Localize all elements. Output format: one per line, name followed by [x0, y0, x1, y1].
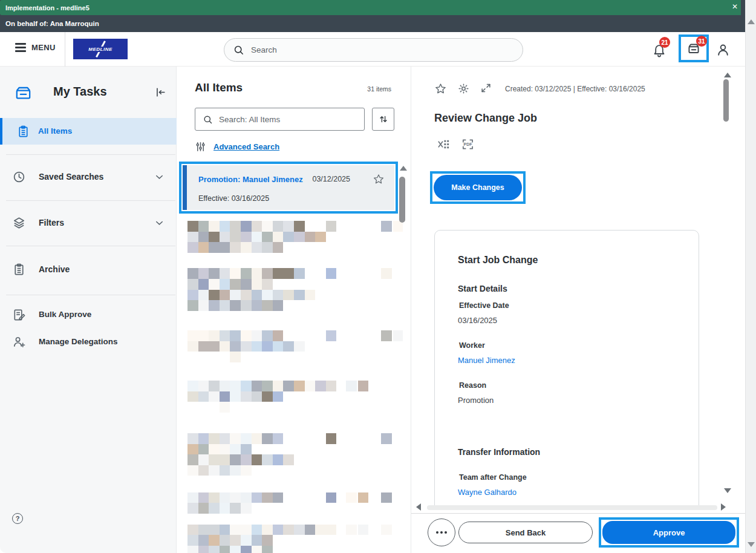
redacted-block [241, 535, 252, 546]
sort-button[interactable] [372, 108, 394, 131]
detail-scroll-down-icon[interactable] [724, 488, 731, 493]
redacted-block [294, 290, 305, 301]
expand-icon[interactable] [480, 82, 492, 94]
detail-scroll-right-icon[interactable] [721, 503, 726, 511]
advanced-search-link[interactable]: Advanced Search [195, 141, 279, 152]
redacted-block [252, 525, 262, 535]
my-tasks-inbox-button-annotation[interactable]: 31 [679, 34, 709, 62]
redacted-block [198, 242, 209, 253]
global-search-bar[interactable] [224, 38, 523, 62]
redacted-block [273, 221, 284, 232]
redacted-block [294, 221, 305, 232]
redacted-block [241, 330, 252, 341]
sidebar-item-archive[interactable]: Archive [0, 256, 177, 283]
redacted-block [273, 454, 284, 465]
page-scroll-up-icon[interactable] [748, 19, 755, 24]
list-search-bar[interactable] [195, 108, 365, 131]
detail-title: Review Change Job [434, 112, 537, 125]
list-scrollbar-thumb[interactable] [399, 177, 405, 223]
sidebar-item-saved-searches[interactable]: Saved Searches [0, 163, 177, 190]
sort-icon [378, 114, 389, 125]
approve-button[interactable]: Approve [602, 521, 735, 544]
detail-scrollbar-thumb[interactable] [723, 79, 729, 122]
detail-scroll-up-icon[interactable] [724, 73, 731, 77]
redacted-block [252, 290, 262, 301]
star-icon[interactable] [373, 173, 385, 185]
export-pdf-icon[interactable]: PDF [461, 137, 475, 151]
collapse-sidebar-icon[interactable] [155, 87, 166, 98]
task-list-item-selected[interactable]: Promotion: Manuel Jimenez 03/12/2025 Eff… [183, 165, 394, 210]
redacted-block [358, 381, 369, 391]
list-scroll-up-icon[interactable] [400, 166, 407, 171]
redacted-block [252, 242, 262, 253]
detail-hscrollbar-thumb[interactable] [427, 505, 717, 510]
inbox-badge: 31 [696, 36, 707, 47]
detail-card-clip: Start Job Change Start Details Effective… [434, 230, 699, 505]
close-icon[interactable]: ✕ [732, 2, 738, 11]
section-heading: Transfer Information [458, 447, 540, 457]
redacted-block [198, 465, 209, 476]
task-detail-panel: Created: 03/12/2025 | Effective: 03/16/2… [411, 67, 745, 553]
sidebar-item-bulk-approve[interactable]: Bulk Approve [0, 301, 177, 326]
task-item-title[interactable]: Promotion: Manuel Jimenez [198, 175, 303, 184]
sidebar-item-label: Archive [39, 264, 70, 274]
detail-scroll-left-icon[interactable] [416, 503, 421, 511]
sidebar-item-filters[interactable]: Filters [0, 209, 177, 236]
redacted-block [305, 232, 316, 243]
make-changes-button[interactable]: Make Changes [434, 175, 522, 200]
redacted-block [230, 503, 241, 514]
redacted-block [326, 525, 337, 535]
selected-task-annotation[interactable]: Promotion: Manuel Jimenez 03/12/2025 Eff… [179, 162, 398, 214]
profile-button[interactable] [715, 42, 731, 58]
redacted-block [326, 268, 337, 279]
list-search-input[interactable] [219, 115, 357, 124]
gear-icon[interactable] [457, 82, 470, 95]
team-after-change-link[interactable]: Wayne Galhardo [458, 488, 516, 497]
field-label: Team after Change [459, 473, 527, 482]
redacted-block [326, 433, 337, 444]
redacted-block [273, 330, 284, 341]
page-scroll-down-icon[interactable] [748, 542, 755, 547]
action-bar-divider [411, 513, 745, 514]
redacted-block [241, 525, 252, 535]
redacted-block [241, 381, 252, 391]
sidebar-item-manage-delegations[interactable]: Manage Delegations [0, 329, 177, 353]
redacted-block [187, 433, 198, 444]
menu-button[interactable]: MENU [15, 43, 56, 52]
redacted-block [262, 391, 273, 402]
redacted-block [326, 221, 337, 232]
worker-link[interactable]: Manuel Jimenez [458, 356, 515, 365]
redacted-block [262, 381, 273, 391]
more-actions-button[interactable] [428, 519, 455, 546]
medline-logo[interactable]: MEDLINE [73, 39, 128, 59]
redacted-block [209, 433, 220, 444]
redacted-block [220, 492, 230, 503]
sidebar-item-label: Manage Delegations [39, 337, 118, 346]
page-scrollbar[interactable] [745, 0, 756, 553]
redacted-block [283, 268, 294, 279]
redacted-block [262, 492, 273, 503]
export-excel-icon[interactable] [437, 137, 451, 151]
redacted-block [198, 444, 209, 455]
sidebar-item-all-items[interactable]: All Items [0, 118, 177, 145]
clipboard-list-icon [16, 125, 30, 139]
notifications-button[interactable]: 21 [652, 42, 666, 58]
redacted-block [346, 525, 357, 535]
redacted-block [187, 242, 198, 253]
clock-icon [12, 170, 26, 184]
redacted-block [252, 535, 262, 546]
redacted-block [220, 232, 230, 243]
send-back-button[interactable]: Send Back [458, 522, 593, 543]
help-button[interactable]: ? [12, 513, 23, 524]
my-tasks-tray-icon [12, 83, 34, 102]
redacted-block [326, 381, 337, 391]
global-search-input[interactable] [251, 45, 514, 54]
redacted-block [262, 268, 273, 279]
help-icon: ? [16, 515, 20, 522]
favorite-star-icon[interactable] [434, 82, 447, 95]
redacted-block [220, 290, 230, 301]
redacted-block [220, 546, 230, 553]
list-title: All Items [195, 81, 243, 94]
person-icon [715, 42, 731, 58]
redacted-block [283, 221, 294, 232]
